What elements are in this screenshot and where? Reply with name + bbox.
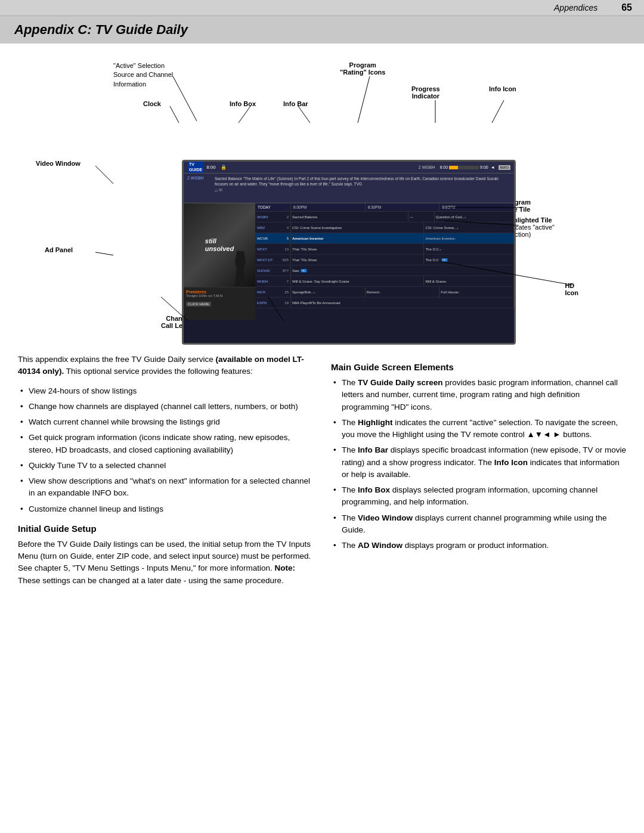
tv-ad-text: Premieres — [186, 290, 253, 294]
list-item: Change how channels are displayed (chann… — [18, 401, 313, 413]
time-slot-3: 9:00PM — [439, 203, 514, 211]
list-item: Watch current channel while browsing the… — [18, 416, 313, 428]
header-bar: Appendices 65 — [0, 0, 644, 16]
label-clock: Clock — [143, 100, 161, 107]
channel-info-shohd: SHOHD 877 — [255, 265, 291, 275]
tv-progress-bar: 8:00 9:00 ◄ INFO — [439, 165, 510, 170]
bottom-section: This appendix explains the free TV Guide… — [18, 354, 626, 593]
programs-shohd: Saw HD — [291, 265, 514, 275]
channel-info-wgbh: WGBH 2 — [255, 212, 291, 222]
tv-time: 8:00 — [206, 165, 216, 170]
program-saw: Saw HD — [291, 265, 514, 275]
program-question-of-god: Question of God...› — [435, 212, 514, 222]
svg-line-1 — [170, 106, 179, 123]
time-slot-2: 8:30PM — [366, 203, 440, 211]
tv-infobox: 2 WGBH Sacred Balance "The Matrix of Lif… — [184, 174, 514, 203]
programs-wbz: CSI: Crime Scene Investigation CSI: Crim… — [291, 222, 514, 233]
tv-silhouette — [231, 251, 249, 287]
grid-row-shohd: SHOHD 877 Saw HD — [255, 265, 514, 276]
grid-today-label: TODAY — [255, 203, 291, 211]
time-slot-1: 8:00PM — [291, 203, 366, 211]
hd-badge: HD — [441, 258, 448, 262]
tv-video-panel: still unsolved Premieres Tonight 10/9c o… — [184, 203, 255, 320]
tv-guide-grid: TODAY 8:00PM 8:30PM 9:00PM WGBH 2 — [255, 203, 514, 320]
list-item: The AD Window displays program or produc… — [331, 540, 626, 552]
svg-line-7 — [95, 166, 113, 184]
grid-row-espn: ESPN 29 NBA Playoff/To Be Announced — [255, 298, 514, 308]
program-american-inventor2: American Inventor› — [424, 233, 514, 243]
right-column: Main Guide Screen Elements The TV Guide … — [331, 354, 626, 593]
list-item: The TV Guide Daily screen provides basic… — [331, 377, 626, 413]
main-content: "Active" Selection Source and Channel In… — [0, 44, 644, 605]
time-end: 9:00 — [480, 165, 488, 169]
grid-row-wgbh: WGBH 2 Sacred Balance — — [255, 212, 514, 222]
lock-icon: 🔒 — [221, 165, 227, 170]
program-will-grace2: Will & Grace› — [424, 276, 514, 286]
diagram-area: "Active" Selection Source and Channel In… — [18, 55, 626, 348]
tv-video-image: still unsolved — [184, 203, 255, 287]
program-spongebob: SpongeBob...› — [291, 287, 366, 297]
grid-row-wfxt: WFXT 13 That '70s Show The O.C.› — [255, 244, 514, 255]
tv-video-text: still unsolved — [203, 235, 236, 255]
svg-line-10 — [95, 252, 113, 255]
tv-screen: TV GUIDE 8:00 🔒 2 WGBH 8:00 9:00 ◄ — [182, 160, 516, 345]
program-csi: CSI: Crime Scene Investigation — [291, 222, 424, 233]
intro-paragraph: This appendix explains the free TV Guide… — [18, 354, 313, 378]
header-page-number: 65 — [621, 2, 632, 13]
label-active-selection: "Active" Selection Source and Channel In… — [113, 61, 173, 89]
channel-info-wfxt: WFXT 13 — [255, 244, 291, 254]
program-oc-hd: The O.C. HD — [424, 255, 514, 265]
channel-info-wcvb: WCVB 5 — [255, 233, 291, 243]
tv-rating-icons: △ ✉ — [215, 188, 510, 193]
appendix-title-bar: Appendix C: TV Guide Daily — [0, 16, 644, 44]
tv-content: still unsolved Premieres Tonight 10/9c o… — [184, 203, 514, 320]
program-70s-show2: That '70s Show — [291, 255, 424, 265]
label-info-icon: Info Icon — [489, 85, 516, 92]
program-nba: NBA Playoff/To Be Announced — [291, 298, 514, 308]
program-separator: — — [408, 212, 434, 222]
list-item: The Highlight indicates the current "act… — [331, 417, 626, 441]
svg-line-2 — [239, 106, 250, 123]
grid-row-nick: NICK 25 SpongeBob...› Romeo!› — [255, 287, 514, 298]
list-item: The Info Bar displays specific broadcast… — [331, 444, 626, 481]
tv-logo: TV GUIDE — [187, 162, 204, 173]
list-item: View 24-hours of show listings — [18, 385, 313, 397]
program-sacred-balance: Sacred Balance — [291, 212, 408, 222]
program-csi2: CSI: Crime Scene...› — [424, 222, 514, 233]
grid-row-wcvb: WCVB 5 American Inventor American Invent… — [255, 233, 514, 244]
main-guide-title: Main Guide Screen Elements — [331, 362, 626, 372]
svg-line-0 — [173, 76, 197, 121]
infobox-channel: 2 WGBH — [187, 176, 211, 200]
program-romeo: Romeo!› — [366, 287, 440, 297]
initial-guide-setup-text: Before the TV Guide Daily listings can b… — [18, 538, 313, 587]
tv-ad-link: CLICK HERE — [186, 302, 211, 306]
channel-info-wbz: WBZ 4 — [255, 222, 291, 233]
intro-text-part1: This appendix explains the free TV Guide… — [18, 355, 215, 364]
progress-bar-fill — [449, 166, 458, 169]
info-btn: INFO — [499, 165, 510, 170]
hd-badge-saw: HD — [301, 269, 307, 272]
time-start: 8:00 — [439, 165, 448, 169]
list-item: The Info Box displays selected program i… — [331, 484, 626, 509]
label-info-bar: Info Bar — [283, 100, 308, 107]
programs-espn: NBA Playoff/To Be Announced — [291, 298, 514, 308]
channel-info-espn: ESPN 29 — [255, 298, 291, 308]
tv-ad-panel: Premieres Tonight 10/9c on T.M.N CLICK H… — [184, 287, 255, 320]
channel-info-nick: NICK 25 — [255, 287, 291, 297]
program-will-grace: Will & Grace: Say Goodnight Gracie — [291, 276, 424, 286]
tv-ad-subtext: Tonight 10/9c on T.M.N — [186, 294, 253, 298]
grid-row-whdh: WHDH 7 Will & Grace: Say Goodnight Graci… — [255, 276, 514, 287]
list-item: Customize channel lineup and listings — [18, 503, 313, 515]
grid-row-wbz: WBZ 4 CSI: Crime Scene Investigation CSI… — [255, 222, 514, 233]
program-70s-show: That '70s Show — [291, 244, 424, 254]
channel-info-wfxtdt: WFXT-DT 825 — [255, 255, 291, 265]
grid-row-wfxtdt: WFXT-DT 825 That '70s Show The O.C. HD — [255, 255, 514, 265]
tv-channel-display: 2 WGBH — [419, 165, 435, 169]
program-oc: The O.C.› — [424, 244, 514, 254]
header-title: Appendices — [554, 3, 597, 13]
programs-whdh: Will & Grace: Say Goodnight Gracie Will … — [291, 276, 514, 286]
programs-wfxt: That '70s Show The O.C.› — [291, 244, 514, 254]
appendix-title: Appendix C: TV Guide Daily — [14, 22, 630, 38]
grid-time-slots: 8:00PM 8:30PM 9:00PM — [291, 203, 514, 211]
program-american-inventor: American Inventor — [291, 233, 424, 243]
